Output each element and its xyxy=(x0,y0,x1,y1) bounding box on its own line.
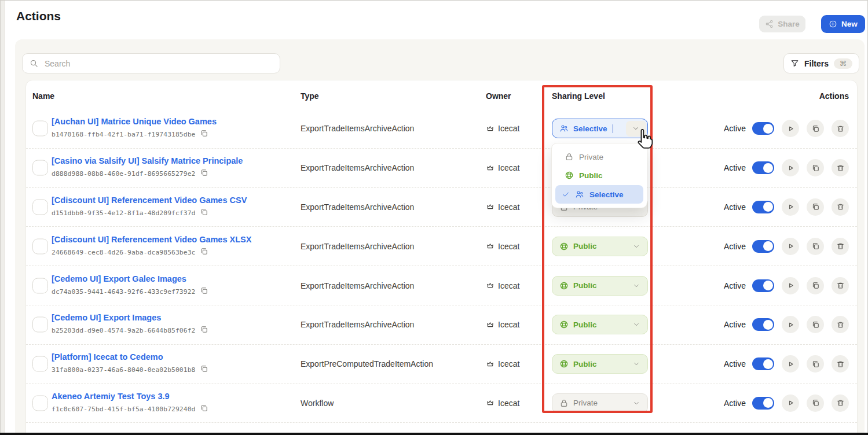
active-toggle[interactable] xyxy=(752,357,774,370)
search-box xyxy=(22,53,280,73)
duplicate-button[interactable] xyxy=(807,395,824,412)
dropdown-option-label: Public xyxy=(579,171,603,180)
trash-icon xyxy=(836,242,845,250)
sharing-level-combobox[interactable]: Selective xyxy=(552,119,648,138)
row-checkbox[interactable] xyxy=(32,278,48,293)
run-button[interactable] xyxy=(782,238,799,255)
row-checkbox[interactable] xyxy=(32,199,48,215)
active-toggle[interactable] xyxy=(752,397,774,410)
action-uuid: d151dbb0-9f35-4e12-8f1a-48d209fcf37d xyxy=(52,209,195,217)
active-toggle[interactable] xyxy=(752,240,774,253)
run-button[interactable] xyxy=(782,395,799,412)
run-button[interactable] xyxy=(782,277,799,294)
copy-icon[interactable] xyxy=(200,364,208,373)
copy-icon[interactable] xyxy=(200,168,208,177)
delete-button[interactable] xyxy=(832,395,849,412)
row-checkbox[interactable] xyxy=(32,160,48,176)
run-button[interactable] xyxy=(782,316,799,333)
duplicate-button[interactable] xyxy=(807,198,824,216)
search-icon xyxy=(30,59,38,68)
filters-button[interactable]: Filters ⌘ xyxy=(783,53,859,73)
chevron-down-icon xyxy=(632,282,640,290)
sharing-level-select[interactable]: Private xyxy=(552,393,648,413)
delete-button[interactable] xyxy=(832,355,849,373)
sharing-level-select[interactable]: Public xyxy=(552,276,648,296)
dropdown-option-selective[interactable]: Selective xyxy=(555,185,643,204)
active-toggle[interactable] xyxy=(752,279,774,292)
action-name-link[interactable]: [Casino via Salsify UI] Salsify Matrice … xyxy=(52,156,243,165)
sharing-level-select[interactable]: Public xyxy=(552,315,648,334)
run-button[interactable] xyxy=(782,355,799,373)
delete-button[interactable] xyxy=(832,120,849,137)
dropdown-option-label: Private xyxy=(579,153,603,161)
delete-button[interactable] xyxy=(832,277,849,294)
copy-icon[interactable] xyxy=(200,247,208,256)
duplicate-button[interactable] xyxy=(807,316,824,333)
new-button[interactable]: New xyxy=(821,15,865,33)
run-button[interactable] xyxy=(782,198,799,216)
sharing-level-select[interactable]: Public xyxy=(552,237,648,256)
action-owner: Icecat xyxy=(486,202,519,212)
run-button[interactable] xyxy=(782,120,799,137)
sharing-level-dropdown: PrivatePublicSelective xyxy=(551,143,647,208)
sharing-level-value: Public xyxy=(573,281,597,290)
sharing-level-value: Private xyxy=(573,399,598,407)
page-title: Actions xyxy=(16,9,61,23)
row-checkbox[interactable] xyxy=(32,238,48,254)
copy-icon[interactable] xyxy=(200,129,208,138)
crown-icon xyxy=(486,399,495,407)
action-uuid: 31fa800a-0237-46a6-8040-0ea02b5001b8 xyxy=(52,366,195,374)
action-type: ExportTradeItemsArchiveAction xyxy=(301,202,414,212)
sharing-level-select[interactable]: Public xyxy=(552,354,648,374)
trash-icon xyxy=(836,124,845,133)
dropdown-option-public[interactable]: Public xyxy=(552,166,647,185)
lock-icon xyxy=(559,399,569,408)
action-name-link[interactable]: Akeneo Artemiy Test Toys 3.9 xyxy=(52,392,208,401)
active-toggle[interactable] xyxy=(752,318,774,331)
delete-button[interactable] xyxy=(832,198,849,216)
globe-icon xyxy=(559,359,569,368)
action-name-link[interactable]: [Platform] Icecat to Cedemo xyxy=(52,352,208,362)
duplicate-button[interactable] xyxy=(807,159,824,176)
duplicate-button[interactable] xyxy=(807,355,824,373)
action-name-link[interactable]: [Cedemo UI] Export Images xyxy=(52,313,208,322)
copy-icon[interactable] xyxy=(200,404,208,412)
row-checkbox[interactable] xyxy=(32,395,48,411)
row-checkbox[interactable] xyxy=(32,356,48,372)
duplicate-button[interactable] xyxy=(807,277,824,294)
action-name-link[interactable]: [Cdiscount UI] Referencement Video Games… xyxy=(52,196,247,205)
row-checkbox[interactable] xyxy=(32,317,48,333)
table-body: [Auchan UI] Matrice Unique Video Gamesb1… xyxy=(26,109,857,435)
action-name-link[interactable]: [Cedemo UI] Export Galec Images xyxy=(52,274,208,283)
row-checkbox[interactable] xyxy=(32,121,48,137)
action-type: ExportTradeItemsArchiveAction xyxy=(301,163,414,172)
globe-icon xyxy=(559,281,569,290)
window-bottom-edge xyxy=(0,433,868,435)
status-label: Active xyxy=(724,124,746,133)
search-input[interactable] xyxy=(43,58,273,69)
command-icon: ⌘ xyxy=(834,58,852,69)
duplicate-icon xyxy=(811,281,820,290)
copy-icon[interactable] xyxy=(200,208,208,216)
active-toggle[interactable] xyxy=(752,122,774,135)
copy-icon[interactable] xyxy=(200,286,208,295)
run-button[interactable] xyxy=(782,159,799,176)
actions-table: Name Type Owner Sharing Level Actions [A… xyxy=(25,80,858,435)
dropdown-option-private[interactable]: Private xyxy=(552,148,647,166)
copy-icon[interactable] xyxy=(200,325,208,334)
action-name-link[interactable]: [Cdiscount UI] Referencement Video Games… xyxy=(52,235,251,244)
duplicate-button[interactable] xyxy=(807,238,824,255)
table-row: [Auchan UI] Matrice Unique Video Gamesb1… xyxy=(26,109,857,148)
share-button[interactable]: Share xyxy=(759,16,805,32)
delete-button[interactable] xyxy=(832,159,849,176)
combobox-expand-button[interactable] xyxy=(626,121,646,137)
active-toggle[interactable] xyxy=(752,201,774,213)
sharing-level-value: Selective xyxy=(573,124,607,133)
delete-button[interactable] xyxy=(832,316,849,333)
status-label: Active xyxy=(724,399,746,408)
duplicate-button[interactable] xyxy=(807,120,824,137)
delete-button[interactable] xyxy=(832,238,849,255)
action-name-link[interactable]: [Auchan UI] Matrice Unique Video Games xyxy=(52,117,217,126)
chevron-down-icon xyxy=(632,320,640,329)
active-toggle[interactable] xyxy=(752,161,774,174)
